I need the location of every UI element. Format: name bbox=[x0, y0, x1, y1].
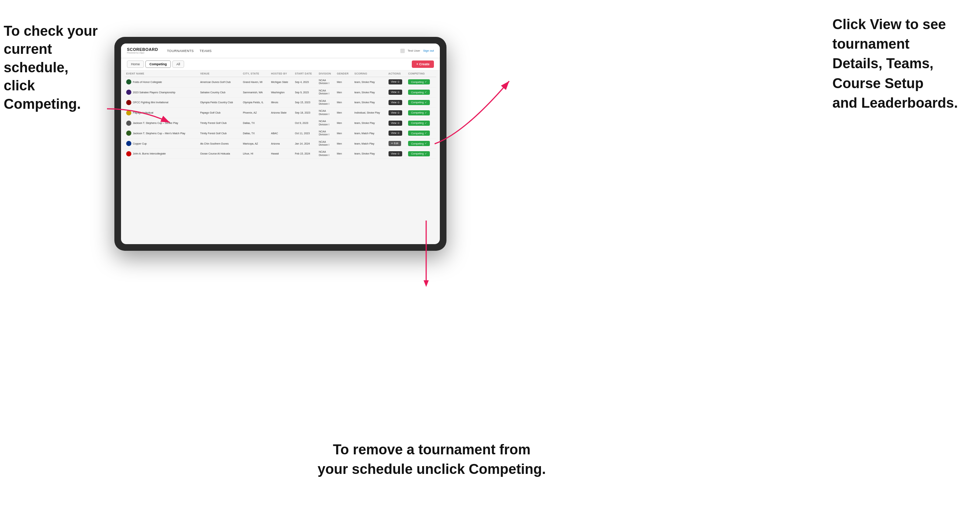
annotation-top-left: To check your current schedule, click Co… bbox=[4, 22, 107, 113]
bottom-competing-bold: Competing bbox=[469, 461, 542, 477]
table-row: OFCC Fighting Illini InvitationalOlympia… bbox=[125, 97, 436, 108]
col-gender: GENDER bbox=[336, 70, 353, 77]
view-button[interactable]: View ⊙ bbox=[388, 90, 402, 95]
competing-button[interactable]: Competing bbox=[408, 100, 430, 105]
table-header-row: EVENT NAME VENUE CITY, STATE HOSTED BY S… bbox=[125, 70, 436, 77]
nav-bar: SCOREBOARD Powered by clippi TOURNAMENTS… bbox=[121, 43, 440, 58]
tab-all[interactable]: All bbox=[172, 60, 184, 68]
create-button[interactable]: + Create bbox=[412, 60, 434, 68]
table-row: 2023 Sahalee Players ChampionshipSahalee… bbox=[125, 87, 436, 97]
view-button[interactable]: View ⊙ bbox=[388, 121, 402, 126]
col-venue: VENUE bbox=[199, 70, 241, 77]
view-button[interactable]: View ⊙ bbox=[388, 110, 402, 116]
col-hosted-by: HOSTED BY bbox=[270, 70, 294, 77]
competing-button[interactable]: Competing bbox=[408, 79, 430, 84]
table-row: Copper CupAk-Chin Southern DunesMaricopa… bbox=[125, 138, 436, 149]
tr-leaderboards-bold: Leaderboards bbox=[861, 95, 954, 111]
nav-links: TOURNAMENTS TEAMS bbox=[167, 49, 391, 53]
bottom-line1: To remove a tournament from bbox=[333, 442, 531, 457]
col-city-state: CITY, STATE bbox=[241, 70, 269, 77]
annotation-line2: current schedule, bbox=[4, 41, 68, 75]
competing-button[interactable]: Competing bbox=[408, 110, 430, 116]
col-start-date: START DATE bbox=[293, 70, 317, 77]
tr-comma1: , bbox=[878, 56, 886, 71]
annotation-top-right: Click View to see tournament Details, Te… bbox=[832, 15, 973, 113]
annotation-line1: To check your bbox=[4, 23, 98, 39]
col-scoring: SCORING bbox=[353, 70, 387, 77]
svg-marker-3 bbox=[423, 280, 429, 287]
col-event-name: EVENT NAME bbox=[125, 70, 199, 77]
tr-click: Click bbox=[832, 17, 870, 32]
nav-tournaments[interactable]: TOURNAMENTS bbox=[167, 49, 194, 53]
sign-out-link[interactable]: Sign out bbox=[423, 49, 434, 52]
tr-period: . bbox=[954, 95, 958, 111]
nav-right: Test User Sign out bbox=[400, 49, 434, 53]
col-division: DIVISION bbox=[317, 70, 336, 77]
table-row: John A. Burns IntercollegiateOcean Cours… bbox=[125, 149, 436, 159]
tr-tournament: tournament bbox=[832, 36, 910, 52]
brand-name: SCOREBOARD bbox=[127, 47, 158, 52]
annotation-line3-prefix: click bbox=[4, 78, 35, 93]
edit-button[interactable]: ✏ Edit bbox=[388, 141, 401, 146]
view-button[interactable]: View ⊙ bbox=[388, 79, 402, 84]
tr-teams-bold: Teams bbox=[886, 56, 930, 71]
annotation-line3-suffix: . bbox=[77, 96, 81, 112]
tr-and: and bbox=[832, 95, 861, 111]
competing-button[interactable]: Competing bbox=[408, 130, 430, 136]
competing-button[interactable]: Competing bbox=[408, 151, 430, 156]
tr-coursesetup-bold: Course Setup bbox=[832, 76, 924, 91]
annotation-competing-bold: Competing bbox=[4, 96, 77, 112]
tabs-bar: Home Competing All + Create bbox=[121, 58, 440, 70]
tab-competing[interactable]: Competing bbox=[145, 60, 171, 68]
tablet: SCOREBOARD Powered by clippi TOURNAMENTS… bbox=[115, 37, 447, 251]
tab-home[interactable]: Home bbox=[127, 60, 144, 68]
table-row: Jackson T. Stephens Cup – Stroke PlayTri… bbox=[125, 118, 436, 129]
view-button[interactable]: View ⊙ bbox=[388, 151, 402, 156]
competing-button[interactable]: Competing bbox=[408, 90, 430, 95]
view-button[interactable]: View ⊙ bbox=[388, 100, 402, 105]
annotation-bottom: To remove a tournament from your schedul… bbox=[302, 440, 561, 479]
view-button[interactable]: View ⊙ bbox=[388, 130, 402, 136]
bottom-line2-prefix: your schedule unclick bbox=[318, 461, 469, 477]
table-row: Folds of Honor CollegiateAmerican Dunes … bbox=[125, 77, 436, 87]
powered-by: Powered by clippi bbox=[127, 52, 158, 54]
competing-button[interactable]: Competing bbox=[408, 141, 430, 146]
scoreboard-brand: SCOREBOARD Powered by clippi bbox=[127, 47, 158, 54]
nav-teams[interactable]: TEAMS bbox=[200, 49, 212, 53]
table-row: Papago IndividualPapago Golf ClubPhoenix… bbox=[125, 108, 436, 118]
tr-tosee: to see bbox=[901, 17, 946, 32]
tournaments-table: EVENT NAME VENUE CITY, STATE HOSTED BY S… bbox=[125, 70, 436, 159]
col-actions: ACTIONS bbox=[387, 70, 407, 77]
bottom-period: . bbox=[542, 461, 546, 477]
table-container: EVENT NAME VENUE CITY, STATE HOSTED BY S… bbox=[121, 70, 440, 244]
tr-comma2: , bbox=[929, 56, 934, 71]
table-row: Jackson T. Stephens Cup – Men's Match Pl… bbox=[125, 128, 436, 138]
user-name: Test User bbox=[408, 49, 420, 52]
tr-view-bold: View bbox=[870, 17, 901, 32]
competing-button[interactable]: Competing bbox=[408, 121, 430, 126]
col-competing: COMPETING bbox=[407, 70, 436, 77]
tr-details-bold: Details bbox=[832, 56, 878, 71]
user-icon bbox=[400, 49, 405, 53]
tablet-screen: SCOREBOARD Powered by clippi TOURNAMENTS… bbox=[121, 43, 440, 244]
